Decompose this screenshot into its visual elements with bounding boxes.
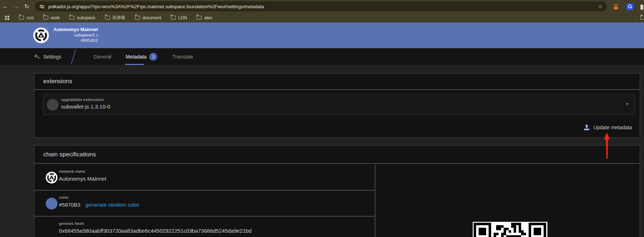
refresh-icon[interactable]: ↻: [21, 3, 32, 10]
divider: [375, 165, 375, 237]
address-bar[interactable]: polkadot.js.org/apps/?rpc=wss%3A%2F%2Frp…: [35, 1, 607, 11]
divider: [635, 15, 636, 20]
folder-icon: [135, 16, 140, 20]
block-number: #600,812: [50, 38, 98, 43]
section-crumb: Settings: [34, 48, 61, 65]
chain-specs-title: chain specifications: [43, 151, 96, 158]
row-label: genesis hash: [59, 221, 84, 226]
extensions-header: extensions: [34, 74, 640, 90]
dropdown-value: subwallet-js 1.3.10-0: [61, 104, 110, 110]
folder-icon: [196, 16, 201, 20]
qr-code: [473, 222, 548, 237]
subwallet-icon[interactable]: [626, 3, 633, 10]
bookmark-label: LDN: [178, 15, 187, 20]
bookmark-folder-ldn[interactable]: LDN: [171, 15, 187, 20]
bookmark-folder-subspace[interactable]: subspace: [69, 15, 95, 20]
folder-icon: [105, 16, 110, 20]
generate-random-color-link[interactable]: generate random color: [85, 202, 139, 208]
chain-specs-rows: network name Autonomys Mainnet color #58…: [34, 165, 375, 237]
tab-general[interactable]: General: [94, 48, 111, 65]
page-content: extensions upgradable extensions subwall…: [0, 65, 644, 237]
update-metadata-label: Update metadata: [594, 125, 632, 130]
apps-grid-icon[interactable]: [5, 16, 9, 20]
row-color: color #5870B3generate random color: [34, 191, 375, 217]
chain-specifications-section: chain specifications network name Autono…: [34, 145, 640, 237]
chevron-down-icon: ▾: [96, 34, 98, 37]
extensions-section: extensions upgradable extensions subwall…: [34, 73, 640, 138]
bookmark-label: subspace: [77, 15, 95, 20]
bookmark-folder-document[interactable]: document: [135, 15, 161, 20]
row-network-name: network name Autonomys Mainnet: [34, 165, 375, 191]
folder-icon: [171, 16, 176, 20]
extensions-puzzle-icon[interactable]: [640, 3, 643, 10]
site-settings-icon[interactable]: [39, 4, 45, 9]
color-hex: #5870B3: [59, 202, 80, 208]
bookmark-label: 区块链: [113, 15, 125, 21]
tab-translate[interactable]: Translate: [173, 48, 193, 65]
chain-name: Autonomys Mainnet: [50, 27, 98, 32]
bookmarks-bar: rust work subspace 区块链 document LDN aleo: [0, 13, 644, 22]
row-label: color: [59, 195, 69, 200]
network-logo-icon: [46, 172, 58, 183]
upgradable-extensions-select[interactable]: upgradable extensions subwallet-js 1.3.1…: [43, 94, 635, 115]
back-icon[interactable]: ←: [0, 3, 11, 10]
autonomys-logo[interactable]: [33, 27, 49, 43]
settings-tab-bar: Settings General Metadata 2 Translate: [0, 48, 644, 65]
metamask-icon[interactable]: [613, 3, 619, 10]
genesis-hash-value: 0x66455a580aabff303720aa83adbe6c44502922…: [59, 228, 251, 234]
chevron-down-icon: ▾: [626, 102, 628, 106]
screen: ← → ↻ polkadot.js.org/apps/?rpc=wss%3A%2…: [0, 0, 644, 237]
upload-icon: [583, 124, 590, 131]
dropdown-label: upgradable extensions: [61, 97, 104, 102]
bookmark-folder-rust[interactable]: rust: [19, 15, 34, 20]
color-swatch: [46, 198, 58, 210]
bookmark-star-icon[interactable]: ☆: [598, 3, 603, 10]
tab-metadata[interactable]: Metadata 2: [126, 48, 157, 65]
extension-avatar: [47, 99, 59, 111]
bookmark-folder-blockchain[interactable]: 区块链: [105, 15, 125, 21]
divider: [14, 15, 14, 20]
bookmark-folder-work[interactable]: work: [43, 15, 60, 20]
color-value: #5870B3generate random color: [59, 202, 139, 208]
extensions-title: extensions: [43, 78, 72, 85]
gears-icon: [34, 54, 40, 59]
section-label: Settings: [43, 54, 61, 60]
bookmark-label: document: [143, 15, 161, 20]
row-genesis-hash: genesis hash 0x66455a580aabff303720aa83a…: [34, 217, 375, 237]
bookmark-label: aleo: [204, 15, 212, 20]
network-name-value: Autonomys Mainnet: [59, 176, 106, 182]
folder-icon: [69, 16, 74, 20]
app-nav-bar: Autonomys Mainnet subspace/1 ▾ #600,812 …: [0, 22, 644, 48]
folder-icon[interactable]: [640, 16, 644, 20]
bookmark-folder-aleo[interactable]: aleo: [196, 15, 212, 20]
chain-specs-header: chain specifications: [34, 146, 640, 164]
url-text: polkadot.js.org/apps/?rpc=wss%3A%2F%2Frp…: [48, 4, 264, 9]
row-label: network name: [59, 169, 85, 173]
forward-icon[interactable]: →: [11, 3, 21, 10]
annotation-arrow: [604, 132, 610, 160]
folder-icon: [19, 16, 24, 20]
bookmark-label: rust: [26, 15, 34, 20]
folder-icon: [43, 16, 48, 20]
metadata-badge: 2: [149, 53, 157, 61]
divider: [71, 49, 76, 64]
browser-toolbar: ← → ↻ polkadot.js.org/apps/?rpc=wss%3A%2…: [0, 0, 644, 13]
bookmark-label: work: [51, 15, 60, 20]
chain-selector[interactable]: Autonomys Mainnet subspace/1 ▾ #600,812: [50, 27, 98, 43]
chain-path: subspace/1 ▾: [50, 32, 98, 38]
update-metadata-button[interactable]: Update metadata: [583, 124, 632, 131]
